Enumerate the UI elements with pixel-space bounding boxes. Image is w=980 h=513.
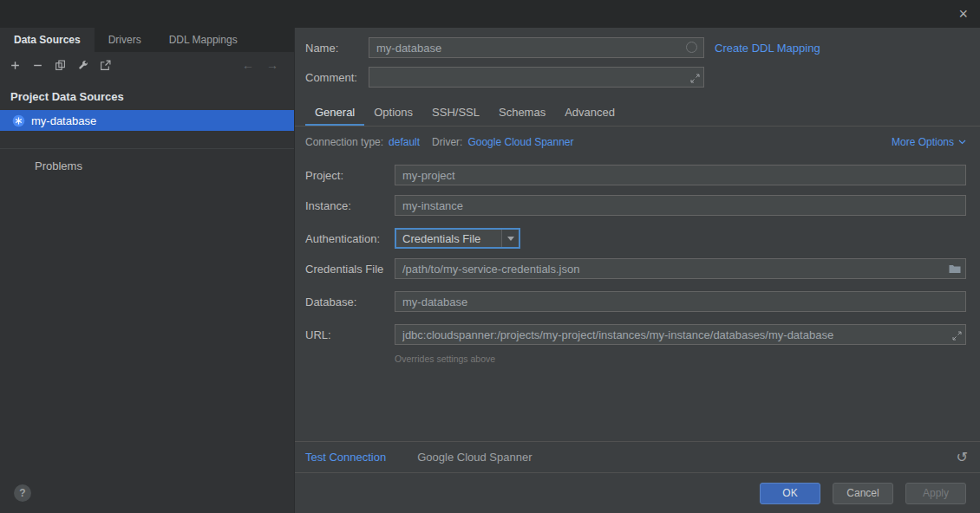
revert-icon[interactable]: ↺ bbox=[957, 449, 968, 465]
tab-schemas[interactable]: Schemas bbox=[489, 101, 555, 126]
comment-input[interactable] bbox=[369, 67, 704, 88]
more-options-link[interactable]: More Options bbox=[892, 136, 966, 148]
url-row: URL: bbox=[305, 323, 966, 346]
test-connection-link[interactable]: Test Connection bbox=[305, 451, 386, 464]
credentials-file-input[interactable] bbox=[395, 258, 966, 279]
authentication-row: Authentication: Credentials File bbox=[305, 227, 966, 250]
connection-form: Project: Instance: Authentication: Crede… bbox=[295, 148, 980, 364]
project-label: Project: bbox=[305, 169, 395, 182]
comment-label: Comment: bbox=[305, 71, 369, 84]
url-input[interactable] bbox=[395, 324, 966, 345]
expand-editor-icon[interactable] bbox=[952, 330, 962, 343]
test-connection-row: Test Connection Google Cloud Spanner ↺ bbox=[295, 441, 980, 472]
apply-button[interactable]: Apply bbox=[905, 483, 966, 504]
instance-input[interactable] bbox=[395, 195, 966, 216]
data-source-dialog: × Data Sources Drivers DDL Mappings bbox=[0, 0, 980, 513]
section-title: Project Data Sources bbox=[0, 78, 294, 107]
create-ddl-mapping-link[interactable]: Create DDL Mapping bbox=[715, 42, 820, 55]
name-label: Name: bbox=[305, 42, 369, 55]
tab-general[interactable]: General bbox=[305, 101, 364, 126]
connection-type-label: Connection type: bbox=[305, 136, 383, 148]
database-label: Database: bbox=[305, 295, 395, 308]
credentials-file-label: Credentials File bbox=[305, 263, 395, 276]
help-button[interactable]: ? bbox=[14, 484, 31, 502]
authentication-select[interactable]: Credentials File bbox=[395, 228, 520, 249]
remove-icon[interactable] bbox=[31, 59, 43, 71]
name-row: Name: Create DDL Mapping bbox=[305, 36, 966, 59]
combo-arrow-icon[interactable] bbox=[501, 230, 519, 247]
datasource-label: my-database bbox=[31, 114, 96, 127]
tab-advanced[interactable]: Advanced bbox=[555, 101, 624, 126]
tab-ddl-mappings[interactable]: DDL Mappings bbox=[155, 28, 252, 52]
url-label: URL: bbox=[305, 328, 395, 341]
forward-icon[interactable]: → bbox=[266, 58, 278, 72]
credentials-file-row: Credentials File bbox=[305, 257, 966, 280]
dialog-body: Data Sources Drivers DDL Mappings bbox=[0, 28, 980, 513]
name-status-circle-icon bbox=[686, 42, 697, 53]
test-driver-name: Google Cloud Spanner bbox=[417, 451, 532, 464]
cancel-button[interactable]: Cancel bbox=[833, 483, 893, 504]
problems-item[interactable]: Problems bbox=[0, 149, 294, 172]
titlebar: × bbox=[0, 0, 980, 28]
tab-data-sources[interactable]: Data Sources bbox=[0, 28, 95, 52]
chevron-down-icon bbox=[958, 140, 966, 145]
add-icon[interactable] bbox=[9, 59, 21, 71]
back-icon[interactable]: ← bbox=[242, 58, 254, 72]
instance-label: Instance: bbox=[305, 199, 395, 212]
database-row: Database: bbox=[305, 290, 966, 313]
main-panel: Name: Create DDL Mapping Comment: Genera… bbox=[295, 28, 980, 513]
instance-row: Instance: bbox=[305, 194, 966, 217]
driver-label: Driver: bbox=[432, 136, 462, 148]
sidebar: Data Sources Drivers DDL Mappings bbox=[0, 28, 295, 513]
folder-browse-icon[interactable] bbox=[949, 263, 961, 276]
settings-tabbar: General Options SSH/SSL Schemas Advanced bbox=[295, 101, 980, 127]
ok-button[interactable]: OK bbox=[760, 483, 820, 504]
comment-row: Comment: bbox=[305, 66, 966, 88]
url-hint: Overrides settings above bbox=[395, 354, 966, 364]
project-input[interactable] bbox=[395, 165, 966, 185]
history-nav: ← → bbox=[242, 58, 285, 72]
duplicate-icon[interactable] bbox=[54, 59, 66, 71]
export-icon[interactable] bbox=[99, 59, 111, 71]
driver-value-link[interactable]: Google Cloud Spanner bbox=[467, 136, 573, 148]
wrench-icon[interactable] bbox=[76, 59, 88, 71]
sidebar-tabbar: Data Sources Drivers DDL Mappings bbox=[0, 28, 294, 52]
expand-editor-icon[interactable] bbox=[690, 73, 700, 86]
close-icon[interactable]: × bbox=[958, 6, 968, 22]
spanner-datasource-icon bbox=[12, 114, 25, 127]
tab-drivers[interactable]: Drivers bbox=[95, 28, 155, 52]
datasource-item-my-database[interactable]: my-database bbox=[0, 110, 294, 131]
tab-ssh-ssl[interactable]: SSH/SSL bbox=[422, 101, 489, 126]
database-input[interactable] bbox=[395, 291, 966, 312]
authentication-label: Authentication: bbox=[305, 232, 395, 245]
project-row: Project: bbox=[305, 164, 966, 186]
name-input[interactable] bbox=[369, 37, 704, 58]
authentication-selected-value: Credentials File bbox=[396, 232, 501, 245]
dialog-buttons-bar: OK Cancel Apply bbox=[295, 472, 980, 513]
connection-type-row: Connection type: default Driver: Google … bbox=[295, 127, 980, 148]
connection-type-value-link[interactable]: default bbox=[389, 136, 420, 148]
more-options-label: More Options bbox=[892, 136, 954, 148]
tab-options[interactable]: Options bbox=[364, 101, 422, 126]
sidebar-toolbar: ← → bbox=[0, 52, 294, 78]
